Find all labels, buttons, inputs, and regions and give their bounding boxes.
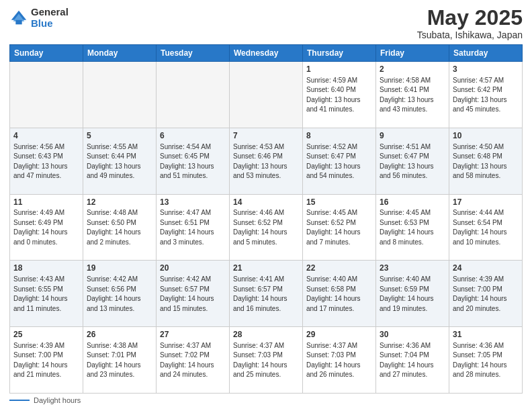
day-info: Sunrise: 4:49 AM Sunset: 6:49 PM Dayligh… — [13, 208, 79, 247]
header-row: Sunday Monday Tuesday Wednesday Thursday… — [10, 45, 523, 62]
day-number: 22 — [306, 263, 372, 274]
cell-w5-d4: 28Sunrise: 4:37 AM Sunset: 7:03 PM Dayli… — [230, 327, 303, 394]
location-title: Tsubata, Ishikawa, Japan — [417, 30, 523, 40]
cell-w4-d7: 24Sunrise: 4:39 AM Sunset: 7:00 PM Dayli… — [449, 261, 523, 327]
logo-text: General Blue — [31, 7, 69, 29]
day-info: Sunrise: 4:58 AM Sunset: 6:41 PM Dayligh… — [380, 76, 445, 115]
cell-w1-d3 — [157, 62, 230, 128]
day-number: 29 — [306, 329, 372, 340]
day-info: Sunrise: 4:44 AM Sunset: 6:54 PM Dayligh… — [453, 208, 519, 247]
day-info: Sunrise: 4:41 AM Sunset: 6:57 PM Dayligh… — [233, 275, 299, 314]
cell-w4-d2: 19Sunrise: 4:42 AM Sunset: 6:56 PM Dayli… — [83, 261, 157, 327]
day-number: 21 — [233, 263, 299, 274]
cell-w1-d6: 2Sunrise: 4:58 AM Sunset: 6:41 PM Daylig… — [376, 62, 449, 128]
day-number: 4 — [13, 130, 79, 142]
day-number: 19 — [87, 263, 152, 274]
day-info: Sunrise: 4:37 AM Sunset: 7:03 PM Dayligh… — [233, 341, 299, 380]
day-number: 31 — [453, 329, 519, 340]
week-row-3: 11Sunrise: 4:49 AM Sunset: 6:49 PM Dayli… — [10, 194, 523, 261]
day-number: 13 — [160, 197, 226, 208]
logo-blue-text: Blue — [31, 18, 69, 30]
day-info: Sunrise: 4:39 AM Sunset: 7:00 PM Dayligh… — [453, 275, 519, 314]
day-number: 26 — [87, 329, 152, 340]
day-info: Sunrise: 4:39 AM Sunset: 7:00 PM Dayligh… — [13, 341, 79, 380]
day-number: 16 — [380, 197, 445, 208]
col-sunday: Sunday — [10, 45, 83, 62]
day-number: 10 — [453, 130, 519, 142]
col-wednesday: Wednesday — [230, 45, 303, 62]
cell-w5-d6: 30Sunrise: 4:36 AM Sunset: 7:04 PM Dayli… — [376, 327, 449, 394]
day-number: 7 — [233, 130, 299, 142]
cell-w5-d2: 26Sunrise: 4:38 AM Sunset: 7:01 PM Dayli… — [83, 327, 157, 394]
cell-w2-d6: 9Sunrise: 4:51 AM Sunset: 6:47 PM Daylig… — [376, 128, 449, 194]
day-number: 5 — [87, 130, 152, 142]
footer-label: Daylight hours — [34, 396, 81, 404]
day-info: Sunrise: 4:56 AM Sunset: 6:43 PM Dayligh… — [13, 142, 79, 181]
cell-w3-d2: 12Sunrise: 4:48 AM Sunset: 6:50 PM Dayli… — [83, 194, 157, 261]
cell-w5-d1: 25Sunrise: 4:39 AM Sunset: 7:00 PM Dayli… — [10, 327, 83, 394]
footer: Daylight hours — [9, 396, 523, 404]
day-info: Sunrise: 4:36 AM Sunset: 7:05 PM Dayligh… — [453, 341, 519, 380]
logo-general-text: General — [31, 7, 69, 18]
cell-w1-d2 — [83, 62, 157, 128]
cell-w2-d5: 8Sunrise: 4:52 AM Sunset: 6:47 PM Daylig… — [303, 128, 376, 194]
day-number: 17 — [453, 197, 519, 208]
day-info: Sunrise: 4:42 AM Sunset: 6:56 PM Dayligh… — [87, 275, 152, 314]
day-number: 25 — [13, 329, 79, 340]
day-number: 27 — [160, 329, 226, 340]
day-number: 24 — [453, 263, 519, 274]
cell-w3-d6: 16Sunrise: 4:45 AM Sunset: 6:53 PM Dayli… — [376, 194, 449, 261]
day-info: Sunrise: 4:57 AM Sunset: 6:42 PM Dayligh… — [453, 76, 519, 115]
day-info: Sunrise: 4:53 AM Sunset: 6:46 PM Dayligh… — [233, 142, 299, 181]
week-row-5: 25Sunrise: 4:39 AM Sunset: 7:00 PM Dayli… — [10, 327, 523, 394]
title-block: May 2025 Tsubata, Ishikawa, Japan — [417, 7, 523, 40]
week-row-2: 4Sunrise: 4:56 AM Sunset: 6:43 PM Daylig… — [10, 128, 523, 194]
header: General Blue May 2025 Tsubata, Ishikawa,… — [9, 7, 523, 40]
col-friday: Friday — [376, 45, 449, 62]
day-info: Sunrise: 4:46 AM Sunset: 6:52 PM Dayligh… — [233, 208, 299, 247]
cell-w1-d7: 3Sunrise: 4:57 AM Sunset: 6:42 PM Daylig… — [449, 62, 523, 128]
cell-w3-d1: 11Sunrise: 4:49 AM Sunset: 6:49 PM Dayli… — [10, 194, 83, 261]
week-row-4: 18Sunrise: 4:43 AM Sunset: 6:55 PM Dayli… — [10, 261, 523, 327]
cell-w1-d4 — [230, 62, 303, 128]
col-thursday: Thursday — [303, 45, 376, 62]
cell-w5-d5: 29Sunrise: 4:37 AM Sunset: 7:03 PM Dayli… — [303, 327, 376, 394]
logo: General Blue — [9, 7, 69, 29]
month-title: May 2025 — [417, 7, 523, 28]
cell-w1-d5: 1Sunrise: 4:59 AM Sunset: 6:40 PM Daylig… — [303, 62, 376, 128]
cell-w3-d3: 13Sunrise: 4:47 AM Sunset: 6:51 PM Dayli… — [157, 194, 230, 261]
day-number: 11 — [13, 197, 79, 208]
calendar-page: General Blue May 2025 Tsubata, Ishikawa,… — [0, 0, 532, 411]
day-number: 23 — [380, 263, 445, 274]
day-number: 6 — [160, 130, 226, 142]
cell-w4-d4: 21Sunrise: 4:41 AM Sunset: 6:57 PM Dayli… — [230, 261, 303, 327]
day-info: Sunrise: 4:37 AM Sunset: 7:03 PM Dayligh… — [306, 341, 372, 380]
cell-w4-d1: 18Sunrise: 4:43 AM Sunset: 6:55 PM Dayli… — [10, 261, 83, 327]
day-info: Sunrise: 4:48 AM Sunset: 6:50 PM Dayligh… — [87, 208, 152, 247]
footer-line-icon — [9, 400, 30, 401]
day-info: Sunrise: 4:55 AM Sunset: 6:44 PM Dayligh… — [87, 142, 152, 181]
cell-w5-d7: 31Sunrise: 4:36 AM Sunset: 7:05 PM Dayli… — [449, 327, 523, 394]
day-info: Sunrise: 4:47 AM Sunset: 6:51 PM Dayligh… — [160, 208, 226, 247]
day-number: 1 — [306, 64, 372, 75]
svg-rect-2 — [15, 19, 21, 24]
cell-w3-d4: 14Sunrise: 4:46 AM Sunset: 6:52 PM Dayli… — [230, 194, 303, 261]
day-number: 15 — [306, 197, 372, 208]
day-number: 20 — [160, 263, 226, 274]
col-monday: Monday — [83, 45, 157, 62]
day-number: 9 — [380, 130, 445, 142]
cell-w4-d6: 23Sunrise: 4:40 AM Sunset: 6:59 PM Dayli… — [376, 261, 449, 327]
day-number: 12 — [87, 197, 152, 208]
cell-w2-d4: 7Sunrise: 4:53 AM Sunset: 6:46 PM Daylig… — [230, 128, 303, 194]
cell-w2-d3: 6Sunrise: 4:54 AM Sunset: 6:45 PM Daylig… — [157, 128, 230, 194]
day-info: Sunrise: 4:36 AM Sunset: 7:04 PM Dayligh… — [380, 341, 445, 380]
day-info: Sunrise: 4:42 AM Sunset: 6:57 PM Dayligh… — [160, 275, 226, 314]
day-info: Sunrise: 4:52 AM Sunset: 6:47 PM Dayligh… — [306, 142, 372, 181]
cell-w5-d3: 27Sunrise: 4:37 AM Sunset: 7:02 PM Dayli… — [157, 327, 230, 394]
cell-w4-d5: 22Sunrise: 4:40 AM Sunset: 6:58 PM Dayli… — [303, 261, 376, 327]
cell-w3-d7: 17Sunrise: 4:44 AM Sunset: 6:54 PM Dayli… — [449, 194, 523, 261]
day-number: 8 — [306, 130, 372, 142]
day-number: 14 — [233, 197, 299, 208]
day-number: 30 — [380, 329, 445, 340]
col-saturday: Saturday — [449, 45, 523, 62]
